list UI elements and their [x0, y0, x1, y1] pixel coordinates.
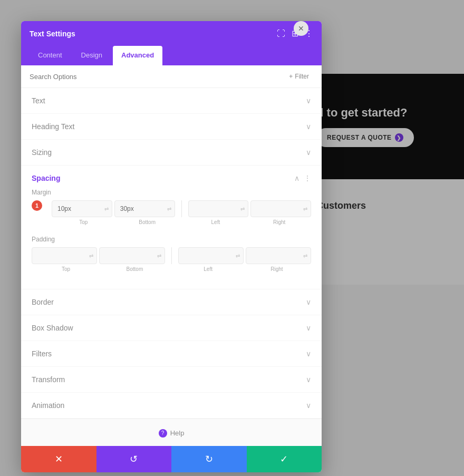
section-animation-chevron: ∨	[306, 401, 311, 410]
padding-top-bottom-pair: ⇄ ⇄	[32, 247, 165, 264]
margin-row: 1 ⇄ ⇄	[32, 200, 311, 234]
section-border-label: Border	[32, 298, 54, 306]
fullscreen-icon[interactable]: ⛶	[277, 29, 285, 38]
margin-right-label: Right	[247, 219, 311, 225]
padding-inputs: ⇄ ⇄ ⇄	[32, 247, 311, 264]
filter-label: Filter	[295, 73, 309, 80]
panel-header: Text Settings ⛶ ⊞ ⋮	[21, 21, 322, 46]
padding-bottom-label: Bottom	[100, 266, 169, 272]
margin-top-input[interactable]	[52, 201, 112, 217]
save-button[interactable]: ✓	[247, 446, 322, 472]
help-link[interactable]: ? Help	[159, 429, 185, 438]
tab-design[interactable]: Design	[73, 46, 111, 65]
margin-bottom-input[interactable]	[115, 201, 175, 217]
padding-top-input[interactable]	[32, 248, 96, 264]
padding-right-label: Right	[243, 266, 311, 272]
section-spacing: Spacing ∧ ⋮ Margin 1	[21, 166, 322, 289]
margin-tb-labels: Top Bottom	[52, 219, 179, 225]
section-sizing-chevron: ∨	[306, 148, 311, 157]
cancel-button[interactable]: ✕	[21, 446, 96, 472]
section-filters[interactable]: Filters ∨	[21, 341, 322, 367]
section-text-chevron: ∨	[306, 96, 311, 105]
padding-tb-labels: Top Bottom	[32, 266, 169, 272]
action-bar: ✕ ↺ ↻ ✓	[21, 446, 322, 472]
padding-top-label: Top	[32, 266, 100, 272]
section-text-label: Text	[32, 96, 45, 105]
margin-inputs: ⇄ ⇄	[52, 200, 311, 217]
margin-label: Margin	[32, 189, 311, 196]
help-icon: ?	[159, 429, 167, 438]
margin-divider	[181, 200, 182, 217]
padding-left-input[interactable]	[179, 248, 243, 264]
close-overlay-button[interactable]: ✕	[294, 21, 308, 36]
help-section: ? Help	[21, 419, 322, 446]
margin-bottom-wrapper: ⇄	[114, 200, 175, 217]
padding-divider	[171, 247, 172, 264]
margin-right-sync-icon: ⇄	[303, 206, 307, 212]
search-bar: + Filter	[21, 65, 322, 88]
filter-button[interactable]: + Filter	[285, 71, 313, 82]
section-box-shadow[interactable]: Box Shadow ∨	[21, 315, 322, 341]
margin-top-wrapper: ⇄	[52, 200, 112, 217]
spacing-more-icon[interactable]: ⋮	[304, 174, 311, 182]
redo-button[interactable]: ↻	[171, 446, 247, 472]
margin-left-input[interactable]	[189, 201, 248, 217]
padding-left-label: Left	[174, 266, 243, 272]
panel-content: Text ∨ Heading Text ∨ Sizing ∨ Spacing ∧…	[21, 88, 322, 446]
margin-bottom-sync-icon: ⇄	[167, 206, 171, 212]
section-border-chevron: ∨	[306, 298, 311, 306]
padding-top-sync-icon: ⇄	[89, 253, 93, 259]
undo-button[interactable]: ↺	[96, 446, 172, 472]
section-transform-label: Transform	[32, 375, 65, 384]
filter-plus-icon: +	[289, 73, 293, 80]
margin-top-label: Top	[52, 219, 115, 225]
section-box-shadow-label: Box Shadow	[32, 324, 73, 332]
padding-lr-labels: Left Right	[174, 266, 312, 272]
padding-left-wrapper: ⇄	[178, 247, 244, 264]
help-label: Help	[170, 429, 185, 437]
padding-field-labels: Top Bottom Left Right	[32, 266, 311, 272]
margin-right-wrapper: ⇄	[250, 200, 311, 217]
spacing-header: Spacing ∧ ⋮	[21, 166, 322, 189]
settings-panel: Text Settings ⛶ ⊞ ⋮ Content Design Advan…	[21, 21, 322, 472]
section-heading-text-chevron: ∨	[306, 122, 311, 131]
padding-top-wrapper: ⇄	[32, 247, 97, 264]
tab-advanced[interactable]: Advanced	[113, 46, 162, 65]
section-filters-label: Filters	[32, 349, 52, 358]
section-text[interactable]: Text ∨	[21, 88, 322, 114]
padding-bottom-sync-icon: ⇄	[157, 253, 161, 259]
padding-left-right-pair: ⇄ ⇄	[178, 247, 312, 264]
step-indicator: 1	[32, 200, 42, 211]
section-animation-label: Animation	[32, 401, 64, 410]
section-border[interactable]: Border ∨	[21, 289, 322, 315]
margin-left-sync-icon: ⇄	[240, 206, 245, 212]
spacing-collapse-icon[interactable]: ∧	[294, 174, 299, 182]
margin-right-input[interactable]	[251, 201, 311, 217]
padding-right-wrapper: ⇄	[246, 247, 311, 264]
search-input[interactable]	[30, 73, 285, 81]
spacing-title[interactable]: Spacing	[32, 174, 60, 182]
padding-right-sync-icon: ⇄	[303, 253, 307, 259]
spacing-body: Margin 1 ⇄	[21, 189, 322, 289]
margin-top-sync-icon: ⇄	[104, 206, 109, 212]
panel-title: Text Settings	[30, 30, 75, 38]
padding-right-input[interactable]	[246, 248, 311, 264]
section-transform-chevron: ∨	[306, 375, 311, 384]
section-transform[interactable]: Transform ∨	[21, 367, 322, 393]
padding-bottom-input[interactable]	[100, 248, 164, 264]
section-box-shadow-chevron: ∨	[306, 324, 311, 332]
section-sizing-label: Sizing	[32, 148, 52, 157]
section-animation[interactable]: Animation ∨	[21, 393, 322, 419]
margin-left-label: Left	[184, 219, 248, 225]
section-sizing[interactable]: Sizing ∨	[21, 140, 322, 166]
padding-bottom-wrapper: ⇄	[99, 247, 165, 264]
padding-label: Padding	[32, 236, 311, 243]
section-heading-text-label: Heading Text	[32, 122, 74, 131]
margin-top-bottom-pair: ⇄ ⇄	[52, 200, 175, 217]
margin-left-right-pair: ⇄ ⇄	[188, 200, 312, 217]
margin-left-wrapper: ⇄	[188, 200, 249, 217]
margin-field-labels: Top Bottom Left Right	[52, 219, 311, 225]
section-heading-text[interactable]: Heading Text ∨	[21, 114, 322, 140]
tab-content[interactable]: Content	[30, 46, 71, 65]
section-filters-chevron: ∨	[306, 349, 311, 358]
